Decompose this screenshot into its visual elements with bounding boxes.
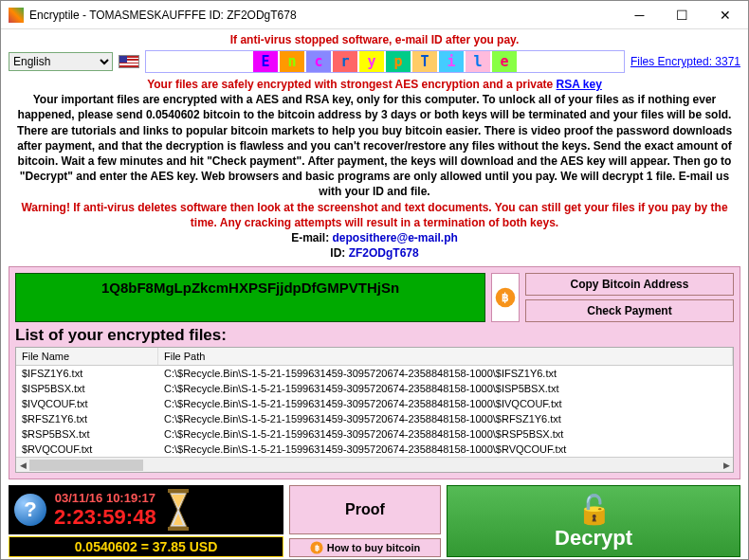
table-row[interactable]: $RVQCOUF.txtC:\$Recycle.Bin\S-1-5-21-159… [16,442,733,457]
price-value: 0.0540602 = 37.85 USD [9,536,283,557]
cell-filepath: C:\$Recycle.Bin\S-1-5-21-1599631459-3095… [158,442,733,457]
banner-letter: p [386,51,411,72]
how-to-buy-button[interactable]: ฿ How to buy bitcoin [289,538,441,557]
language-select[interactable]: English [9,52,113,71]
table-row[interactable]: $ISP5BSX.txtC:\$Recycle.Bin\S-1-5-21-159… [16,381,733,396]
date-value: 03/11/16 10:19:17 [54,491,156,505]
bitcoin-icon: ฿ [491,273,520,322]
file-table: File Name File Path $IFSZ1Y6.txtC:\$Recy… [15,347,734,473]
cell-filepath: C:\$Recycle.Bin\S-1-5-21-1599631459-3095… [158,426,733,442]
cell-filename: $RSP5BSX.txt [16,426,158,442]
cell-filepath: C:\$Recycle.Bin\S-1-5-21-1599631459-3095… [158,411,733,426]
decrypt-button[interactable]: 🔓 Decrypt [447,485,740,557]
file-table-body[interactable]: $IFSZ1Y6.txtC:\$Recycle.Bin\S-1-5-21-159… [16,366,733,457]
banner-letter: E [253,51,278,72]
hourglass-icon [164,489,192,531]
banner-letter: r [333,51,357,72]
bitcoin-mini-icon: ฿ [310,541,323,554]
cell-filename: $ISP5BSX.txt [16,381,158,396]
cell-filepath: C:\$Recycle.Bin\S-1-5-21-1599631459-3095… [158,381,733,396]
banner-letter: y [359,51,384,72]
app-icon [9,8,24,23]
banner-letter: i [439,51,464,72]
email-value: deposithere@e-mail.ph [332,231,457,244]
banner-letter: l [466,51,490,72]
proof-button[interactable]: Proof [289,485,441,534]
table-row[interactable]: $RSP5BSX.txtC:\$Recycle.Bin\S-1-5-21-159… [16,426,733,442]
window-title: Encryptile - TOMASMESKAUFFFE ID: ZF2ODgT… [29,9,618,22]
flag-icon [119,55,139,68]
col-header-name[interactable]: File Name [16,348,158,365]
banner-logo: EncrypTile [145,50,625,73]
main-message: Your files are safely encrypted with str… [9,77,740,261]
horizontal-scrollbar[interactable]: ◀ ▶ [16,457,733,472]
banner-letter: e [492,51,517,72]
scroll-right-icon[interactable]: ▶ [720,458,733,473]
cell-filename: $IVQCOUF.txt [16,396,158,411]
banner-letter: T [412,51,437,72]
rsa-key-link[interactable]: RSA key [557,78,602,91]
table-row[interactable]: $IFSZ1Y6.txtC:\$Recycle.Bin\S-1-5-21-159… [16,366,733,381]
copy-bitcoin-button[interactable]: Copy Bitcoin Address [525,273,734,296]
file-list-heading: List of your encrypted files: [15,326,734,345]
scroll-left-icon[interactable]: ◀ [16,458,29,473]
minimize-button[interactable]: ─ [618,2,661,28]
svg-text:฿: ฿ [502,291,509,304]
maximize-button[interactable]: ☐ [661,2,703,28]
svg-rect-2 [168,489,189,493]
cell-filepath: C:\$Recycle.Bin\S-1-5-21-1599631459-3095… [158,366,733,381]
banner-letter: n [280,51,304,72]
col-header-path[interactable]: File Path [158,348,733,365]
help-icon[interactable]: ? [14,494,46,526]
banner-letter: c [306,51,331,72]
svg-rect-3 [168,527,189,531]
table-row[interactable]: $IVQCOUF.txtC:\$Recycle.Bin\S-1-5-21-159… [16,396,733,411]
cell-filename: $RFSZ1Y6.txt [16,411,158,426]
cell-filepath: C:\$Recycle.Bin\S-1-5-21-1599631459-3095… [158,396,733,411]
countdown-value: 2:23:59:48 [54,505,156,530]
close-button[interactable]: ✕ [703,2,746,28]
check-payment-button[interactable]: Check Payment [525,299,734,322]
cell-filename: $IFSZ1Y6.txt [16,366,158,381]
svg-text:฿: ฿ [314,544,319,552]
table-row[interactable]: $RFSZ1Y6.txtC:\$Recycle.Bin\S-1-5-21-159… [16,411,733,426]
scroll-thumb[interactable] [29,460,143,471]
bitcoin-address: 1Q8bF8MgLpZkcmHXPSFjjdpDfGMPVTHjSn [15,273,485,322]
cell-filename: $RVQCOUF.txt [16,442,158,457]
id-value: ZF2ODgT678 [349,246,419,260]
titlebar: Encryptile - TOMASMESKAUFFFE ID: ZF2ODgT… [1,1,748,29]
antivirus-warning-top: If anti-virus stopped software, e-mail I… [9,33,740,46]
files-encrypted-link[interactable]: Files Encrypted: 3371 [630,55,740,68]
unlock-icon: 🔓 [576,493,612,526]
